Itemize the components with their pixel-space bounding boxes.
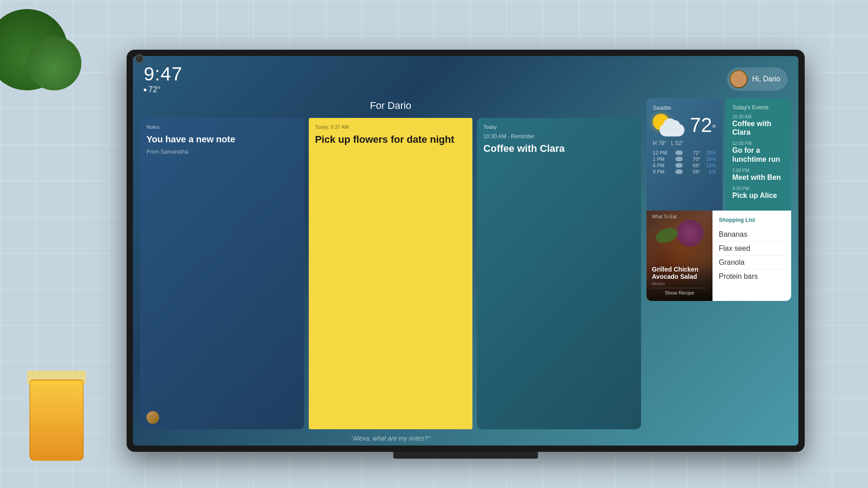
event-name-1: Go for a lunchtime run xyxy=(732,146,785,163)
shopping-item-3[interactable]: Protein bars xyxy=(719,270,785,283)
forecast-pct-1: 15% xyxy=(705,156,716,162)
temp-value: 72° xyxy=(148,85,160,94)
event-name-0: Coffee with Clara xyxy=(732,119,785,136)
plant-decoration xyxy=(0,0,90,136)
forecast-cloud-0 xyxy=(675,150,683,155)
weather-city: Seattle xyxy=(653,104,716,111)
forecast-pct-2: 12% xyxy=(705,163,716,168)
left-panel: For Dario Notes You have a new note From… xyxy=(140,98,641,446)
reminder-time: 10:30 AM · Reminder xyxy=(483,133,635,140)
forecast-temp-2: 66° xyxy=(687,163,700,168)
weather-low: L 52° xyxy=(671,140,684,146)
forecast-row-0: 12 PM 72° 20% xyxy=(653,150,716,155)
note-sender-avatar xyxy=(146,411,159,424)
forecast-temp-3: 58° xyxy=(687,169,700,174)
forecast-cloud-2 xyxy=(675,163,683,168)
event-time-0: 10:30 AM xyxy=(732,114,785,119)
monitor-frame: 9:47 72° Hi, Dario xyxy=(127,50,805,452)
weather-high: H 78° xyxy=(653,140,666,146)
events-title: Today's Events xyxy=(732,104,785,111)
forecast-time-1: 1 PM xyxy=(653,156,671,162)
food-title-area: Grilled Chicken Avocado Salad kitchen Sh… xyxy=(646,262,712,301)
shopping-item-0[interactable]: Bananas xyxy=(719,228,785,242)
forecast-pct-0: 20% xyxy=(705,150,716,155)
echo-show-screen: 9:47 72° Hi, Dario xyxy=(133,56,798,446)
sticky-note-card[interactable]: Today, 9:37 AM Pick up flowers for date … xyxy=(309,118,473,429)
food-onion-decoration xyxy=(676,220,703,247)
screen-content: 9:47 72° Hi, Dario xyxy=(133,56,798,446)
shopping-item-1[interactable]: Flax seed xyxy=(719,242,785,256)
bottom-right-row: What To Eat Grilled Chicken Avocado Sala… xyxy=(646,211,791,301)
user-avatar xyxy=(730,70,748,88)
sticky-note-time: Today, 9:37 AM xyxy=(315,124,467,130)
orange-juice-glass xyxy=(27,371,86,461)
event-item-2[interactable]: 2:00 PM Meet with Ben xyxy=(732,168,785,182)
note-card-from: From Samanatha xyxy=(146,149,298,155)
right-panel: Seattle 72° xyxy=(646,98,791,446)
forecast-row-1: 1 PM 70° 15% xyxy=(653,156,716,162)
event-time-1: 12:00 PM xyxy=(732,141,785,146)
forecast-cloud-3 xyxy=(675,169,683,174)
forecast-row-3: 9 PM 58° 2% xyxy=(653,169,716,174)
food-kitchen-label: kitchen xyxy=(652,282,707,286)
weather-forecast: 12 PM 72° 20% 1 PM 70° xyxy=(653,150,716,174)
time-display: 9:47 xyxy=(144,63,183,85)
food-widget[interactable]: What To Eat Grilled Chicken Avocado Sala… xyxy=(646,211,712,301)
temp-dot xyxy=(144,89,146,91)
weather-main: 72° xyxy=(653,114,716,136)
weather-widget[interactable]: Seattle 72° xyxy=(646,98,722,211)
shopping-item-2[interactable]: Granola xyxy=(719,256,785,270)
alexa-prompt: "Alexa, what are my notes?" xyxy=(140,429,641,446)
user-greeting[interactable]: Hi, Dario xyxy=(727,67,788,91)
forecast-time-0: 12 PM xyxy=(653,150,671,155)
note-card-title: You have a new note xyxy=(146,133,298,145)
forecast-time-3: 9 PM xyxy=(653,169,671,174)
forecast-time-2: 6 PM xyxy=(653,163,671,168)
forecast-temp-1: 70° xyxy=(687,156,700,162)
event-item-1[interactable]: 12:00 PM Go for a lunchtime run xyxy=(732,141,785,163)
reminder-day: Today xyxy=(483,124,496,130)
weather-temp: 72° xyxy=(690,114,716,136)
shopping-list-widget: Shopping List Bananas Flax seed Granola … xyxy=(712,211,791,301)
note-card-label: Notes xyxy=(146,124,298,130)
weather-icon xyxy=(653,114,684,136)
sticky-note-text: Pick up flowers for date night xyxy=(315,133,467,146)
shopping-list-title: Shopping List xyxy=(719,217,785,223)
camera-dot xyxy=(135,54,144,63)
event-time-3: 4:30 PM xyxy=(732,186,785,191)
food-recipe-name: Grilled Chicken Avocado Salad xyxy=(652,266,707,281)
event-time-2: 2:00 PM xyxy=(732,168,785,173)
weather-range: H 78° L 52° xyxy=(653,140,716,146)
time-section: 9:47 72° xyxy=(144,63,183,94)
reminder-label-row: Today xyxy=(483,124,635,130)
reminder-card[interactable]: Today 10:30 AM · Reminder Coffee with Cl… xyxy=(477,118,641,429)
event-item-0[interactable]: 10:30 AM Coffee with Clara xyxy=(732,114,785,136)
forecast-pct-3: 2% xyxy=(705,169,716,174)
show-recipe-button[interactable]: Show Recipe xyxy=(652,288,707,297)
forecast-cloud-1 xyxy=(675,157,683,161)
event-item-3[interactable]: 4:30 PM Pick up Alice xyxy=(732,186,785,200)
forecast-temp-0: 72° xyxy=(687,150,700,155)
event-name-3: Pick up Alice xyxy=(732,191,785,200)
note-card[interactable]: Notes You have a new note From Samanatha xyxy=(140,118,304,429)
reminder-title: Coffee with Clara xyxy=(483,142,635,155)
cards-row: Notes You have a new note From Samanatha… xyxy=(140,118,641,429)
for-dario-title: For Dario xyxy=(140,100,641,112)
greeting-text: Hi, Dario xyxy=(752,75,780,83)
right-top-row: Seattle 72° xyxy=(646,98,791,211)
forecast-row-2: 6 PM 66° 12% xyxy=(653,163,716,168)
monitor-bezel: 9:47 72° Hi, Dario xyxy=(127,50,805,452)
main-layout: For Dario Notes You have a new note From… xyxy=(133,98,798,446)
event-name-2: Meet with Ben xyxy=(732,173,785,182)
cloud-icon xyxy=(660,124,684,136)
temp-display: 72° xyxy=(144,85,183,94)
events-widget: Today's Events 10:30 AM Coffee with Clar… xyxy=(726,98,791,211)
user-avatar-face xyxy=(731,71,747,87)
food-section-label: What To Eat xyxy=(652,214,676,219)
header-bar: 9:47 72° Hi, Dario xyxy=(133,56,798,98)
